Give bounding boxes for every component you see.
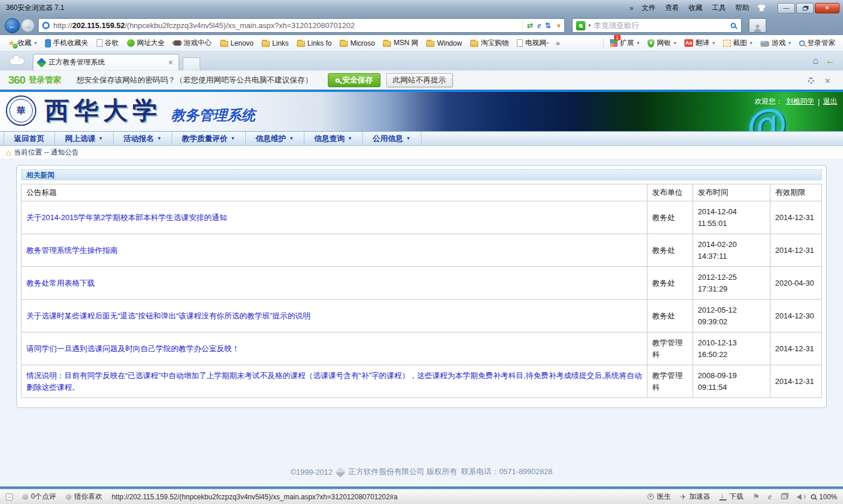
menu-overflow-icon[interactable]: »: [629, 4, 633, 12]
speed-mode-icon[interactable]: ⇄: [544, 22, 553, 29]
url-path: /(hnpcekbu2fczpzq3v4nv5l45)/xs_main.aspx…: [125, 21, 355, 30]
recommend-item[interactable]: 猜你喜欢: [66, 492, 102, 502]
search-box[interactable]: ▾ 李克强亚欧行: [572, 18, 742, 33]
toolbar-item-blocks[interactable]: 1扩展▾: [607, 37, 642, 49]
home-icon[interactable]: ⌂: [813, 56, 818, 66]
announcement-link[interactable]: 关于2014-2015学年第2学期校本部本科学生选课安排的通知: [26, 213, 227, 222]
bookmark-item[interactable]: 电视网-: [513, 37, 552, 49]
publish-unit-cell: 教务处: [647, 300, 693, 332]
welcome-label: 欢迎您：: [755, 97, 783, 107]
new-tab-button[interactable]: [183, 57, 200, 70]
dropdown-chevron-icon[interactable]: ▼: [556, 22, 562, 29]
zoom-magnifier-icon: [811, 494, 816, 499]
nav-item[interactable]: 公用信息▼: [363, 132, 422, 145]
announcement-link[interactable]: 关于选课时某些课程后面无“退选”按钮和弹出“该课程没有你所选的教学班”提示的说明: [26, 311, 310, 320]
nav-item[interactable]: 教学质量评价▼: [172, 132, 246, 145]
windows-arrange-icon[interactable]: [781, 494, 787, 499]
welcome-divider: |: [818, 98, 820, 106]
user-name-link[interactable]: 刘樵同学: [786, 97, 814, 107]
sidebar-toggle-icon[interactable]: [6, 493, 13, 500]
bookmark-label: 谷歌: [105, 38, 119, 48]
announcement-link[interactable]: 教务管理系统学生操作指南: [26, 246, 118, 255]
bookmark-item[interactable]: Links: [258, 38, 292, 49]
table-row: 教务处常用表格下载教务处2012-12-25 17:31:292020-04-3…: [22, 267, 822, 300]
bookmark-item[interactable]: 谷歌: [93, 37, 122, 49]
nav-item[interactable]: 活动报名▼: [114, 132, 172, 145]
minimize-button[interactable]: —: [777, 3, 795, 13]
gear-icon[interactable]: [808, 77, 814, 84]
save-password-button[interactable]: 安全保存: [328, 73, 381, 87]
bookmark-item[interactable]: 手机收藏夹: [42, 37, 92, 49]
url-text[interactable]: http://202.115.159.52/(hnpcekbu2fczpzq3v…: [53, 21, 519, 30]
announcement-link[interactable]: 情况说明：目前有同学反映在“已选课程”中自动增加了上学期期末考试不及格的课程（选…: [26, 371, 642, 392]
seal-glyph: 華: [17, 105, 26, 116]
cloud-sync-icon[interactable]: [9, 57, 25, 65]
logout-link[interactable]: 退出: [823, 97, 837, 107]
bookmark-item[interactable]: 游戏中心: [170, 37, 215, 49]
toolbar-item-shield[interactable]: ¥网银▾: [645, 37, 679, 49]
never-prompt-button[interactable]: 此网站不再提示: [386, 73, 453, 87]
skin-icon[interactable]: [758, 5, 766, 11]
announcement-link[interactable]: 教务处常用表格下载: [26, 279, 95, 287]
titlebar-menu-item[interactable]: 帮助: [735, 3, 749, 13]
chevron-down-icon: ▾: [750, 40, 752, 46]
announcement-link[interactable]: 请同学们一旦遇到选课问题及时向自己学院的教学办公室反映！: [26, 344, 239, 353]
reviews-item[interactable]: 0个点评: [22, 492, 56, 502]
table-header-row: 公告标题发布单位发布时间有效期限: [22, 184, 822, 201]
restore-button[interactable]: [796, 3, 814, 13]
titlebar-menu-item[interactable]: 工具: [712, 3, 726, 13]
toolbar-item-translate[interactable]: Aa翻译▾: [681, 37, 718, 49]
address-bar[interactable]: http://202.115.159.52/(hnpcekbu2fczpzq3v…: [38, 18, 565, 33]
back-button[interactable]: ←: [5, 18, 20, 33]
nav-item[interactable]: 信息查询▼: [304, 132, 363, 145]
key-icon: [335, 78, 340, 83]
nav-item[interactable]: 信息维护▼: [246, 132, 304, 145]
zoom-control[interactable]: 100%: [811, 493, 837, 501]
news-table: 公告标题发布单位发布时间有效期限 关于2014-2015学年第2学期校本部本科学…: [21, 184, 822, 398]
titlebar-menu-item[interactable]: 收藏: [688, 3, 702, 13]
favorites-button[interactable]: ★ 收藏 ▾: [5, 37, 40, 49]
tab-close-icon[interactable]: ×: [167, 59, 174, 67]
user-avatar-button[interactable]: [749, 18, 766, 33]
reopen-closed-tab-icon[interactable]: ←: [825, 56, 835, 66]
bookmarks-overflow-icon[interactable]: »: [553, 39, 562, 47]
ie-compat-icon[interactable]: e: [537, 21, 541, 30]
nav-item[interactable]: 返回首页: [4, 132, 55, 145]
bookmark-item[interactable]: Links fo: [293, 38, 335, 49]
doctor-item[interactable]: 医生: [647, 492, 671, 502]
toolbar-item-capture[interactable]: 截图▾: [720, 37, 755, 49]
close-button[interactable]: ✕: [815, 3, 839, 13]
search-engine-icon[interactable]: [576, 21, 585, 30]
speaker-icon[interactable]: [797, 494, 801, 500]
toolbar-item-game2[interactable]: 游戏▾: [758, 37, 794, 49]
bookmark-item[interactable]: Microso: [336, 38, 378, 49]
ad-filter-flag-icon[interactable]: ⚑: [753, 492, 759, 501]
bookmark-item[interactable]: 网址大全: [124, 37, 169, 49]
tab-active[interactable]: 正方教务管理系统 ×: [33, 54, 179, 70]
bookmark-item[interactable]: Window: [423, 38, 465, 49]
search-input[interactable]: 李克强亚欧行: [594, 20, 728, 31]
titlebar-menu-item[interactable]: 查看: [665, 3, 679, 13]
titlebar-menu-item[interactable]: 文件: [642, 3, 656, 13]
share-icon[interactable]: ⇄: [527, 21, 533, 30]
search-submit-icon[interactable]: [731, 23, 736, 28]
nav-item[interactable]: 网上选课▼: [55, 132, 114, 145]
breadcrumb-label: 当前位置 -- 通知公告: [14, 148, 79, 157]
magnifier-icon: [579, 24, 582, 28]
bookmark-item[interactable]: Lenovo: [217, 38, 257, 49]
bookmark-item[interactable]: MSN 网: [379, 37, 422, 49]
bookmark-label: Links fo: [307, 39, 331, 47]
toolbar-item-keysearch[interactable]: 登录管家: [796, 37, 838, 49]
forward-button[interactable]: →: [21, 19, 35, 32]
expiry-date-cell: 2014-12-31: [770, 332, 822, 365]
ie-kernel-icon[interactable]: e: [768, 492, 772, 502]
download-item[interactable]: 下载: [719, 492, 743, 502]
main-nav: 返回首页网上选课▼活动报名▼教学质量评价▼信息维护▼信息查询▼公用信息▼: [0, 131, 843, 146]
welcome-area: 欢迎您： 刘樵同学 | 退出: [755, 97, 837, 107]
notification-close-icon[interactable]: ×: [825, 76, 830, 85]
search-engine-caret-icon[interactable]: ▾: [588, 23, 591, 28]
gamepad-icon: [173, 40, 181, 46]
accelerator-item[interactable]: ✈ 加速器: [680, 492, 710, 502]
bookmark-item[interactable]: 淘宝购物: [467, 37, 512, 49]
tab-title: 正方教务管理系统: [49, 57, 164, 67]
